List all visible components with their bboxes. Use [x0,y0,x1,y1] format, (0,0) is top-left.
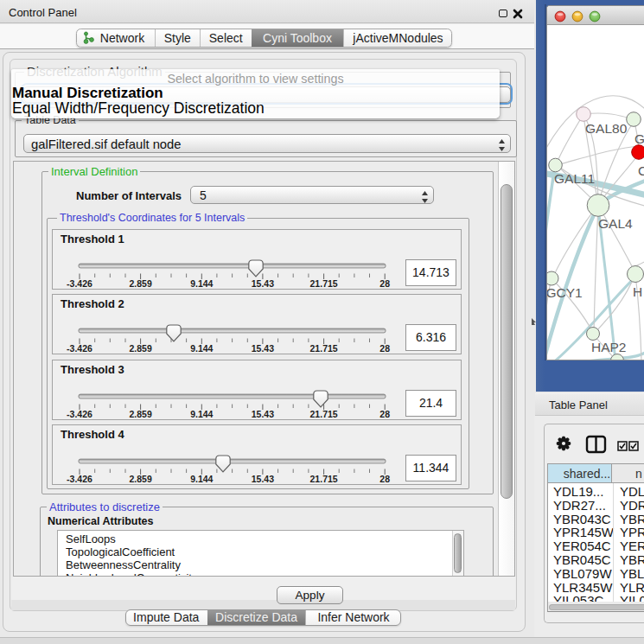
svg-text:-3.426: -3.426 [67,474,92,484]
svg-text:GAL80: GAL80 [585,121,628,136]
svg-text:28: 28 [379,278,390,289]
svg-text:HAP2: HAP2 [591,340,627,354]
svg-text:C: C [638,163,644,178]
svg-text:9.144: 9.144 [190,409,213,419]
svg-text:-3.426: -3.426 [67,278,92,289]
svg-text:28: 28 [379,409,390,419]
svg-text:21.715: 21.715 [310,474,338,484]
svg-text:GCY1: GCY1 [547,285,583,300]
svg-text:9.144: 9.144 [190,278,213,289]
svg-text:28: 28 [379,474,390,484]
svg-text:GAL11: GAL11 [554,171,595,186]
svg-text:2.859: 2.859 [129,278,151,289]
svg-text:9.144: 9.144 [190,474,213,484]
svg-text:9.144: 9.144 [190,343,213,354]
svg-text:-3.426: -3.426 [67,409,92,419]
svg-text:-3.426: -3.426 [67,343,92,354]
svg-text:21.715: 21.715 [310,409,338,419]
svg-text:15.43: 15.43 [252,474,274,484]
svg-text:15.43: 15.43 [252,343,274,354]
svg-text:15.43: 15.43 [252,409,274,419]
svg-text:15.43: 15.43 [252,278,274,289]
svg-text:H: H [633,284,642,299]
svg-text:2.859: 2.859 [129,409,151,419]
svg-text:21.715: 21.715 [310,343,338,354]
svg-text:21.715: 21.715 [310,278,338,289]
svg-text:2.859: 2.859 [129,474,151,484]
svg-text:2.859: 2.859 [129,343,151,354]
svg-text:GAL4: GAL4 [598,216,633,231]
svg-text:GA: GA [634,131,644,146]
svg-text:28: 28 [379,343,390,354]
